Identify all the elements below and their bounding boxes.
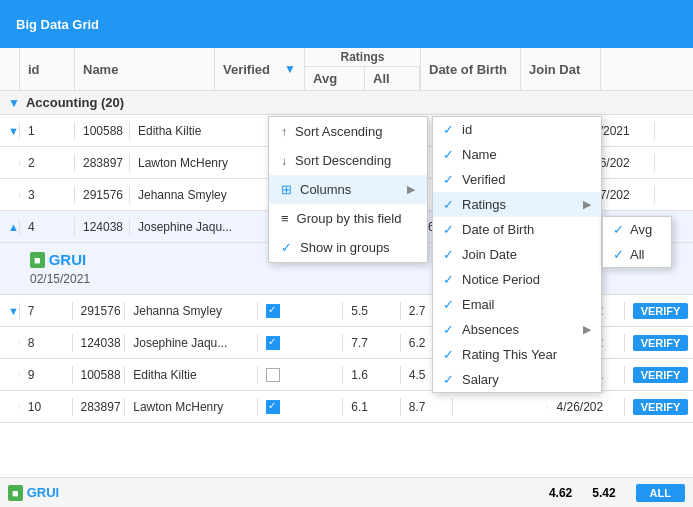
col-check-name: ✓ [443,147,454,162]
footer-bar: ■ GRUI 4.62 5.42 ALL [0,477,693,507]
sort-ascending-label: Sort Ascending [295,124,382,139]
footer-grui-text: GRUI [27,485,60,500]
sort-ascending-item[interactable]: ↑ Sort Ascending [269,117,427,146]
row-all: 8.7 [401,398,454,416]
group-by-label: Group by this field [297,211,402,226]
col-dob-header[interactable]: Date of Birth [421,48,521,90]
row-name: Josephine Jaqu... [130,218,270,236]
grui-date: 02/15/2021 [30,272,90,286]
row-chevron[interactable] [0,405,20,409]
row-chevron[interactable]: ▲ [0,219,20,235]
col-item-noticeperiod[interactable]: ✓ Notice Period [433,267,601,292]
col-id-header[interactable]: id [20,48,75,90]
verify-button[interactable]: VERIFY [633,335,689,351]
col-item-name[interactable]: ✓ Name [433,142,601,167]
show-in-groups-item[interactable]: ✓ Show in groups [269,233,427,262]
group-row: ▼ Accounting (20) [0,91,693,115]
grui-logo: ■ GRUI 02/15/2021 [30,251,90,286]
col-label-ratingthisyear: Rating This Year [462,347,557,362]
col-check-salary: ✓ [443,372,454,387]
row-seq: 4 [20,218,75,236]
verified-checkbox[interactable] [266,400,280,414]
col-item-absences[interactable]: ✓ Absences ▶ [433,317,601,342]
col-check-ratingthisyear: ✓ [443,347,454,362]
row-avg: 6.1 [343,398,400,416]
sort-desc-icon: ↓ [281,154,287,168]
group-label: Accounting (20) [26,95,124,110]
col-label-absences: Absences [462,322,519,337]
verify-button[interactable]: VERIFY [633,399,689,415]
row-avg: 7.7 [343,334,400,352]
footer-avg: 4.62 [549,486,572,500]
row-name: Lawton McHenry [130,154,270,172]
row-verified [258,334,344,352]
row-seq: 2 [20,154,75,172]
col-item-dob[interactable]: ✓ Date of Birth [433,217,601,242]
app-title: Big Data Grid [16,17,99,32]
submenu-avg[interactable]: ✓ Avg [603,217,671,242]
row-name: Editha Kiltie [125,366,258,384]
row-verified [258,302,344,320]
col-verified-header[interactable]: Verified ▼ [215,48,305,90]
col-check-noticeperiod: ✓ [443,272,454,287]
absences-sub-arrow: ▶ [583,323,591,336]
row-chevron[interactable]: ▼ [0,303,20,319]
columns-icon: ⊞ [281,182,292,197]
col-item-salary[interactable]: ✓ Salary [433,367,601,392]
col-check-joindate: ✓ [443,247,454,262]
row-name: Editha Kiltie [130,122,270,140]
col-check-email: ✓ [443,297,454,312]
row-chevron[interactable] [0,373,20,377]
row-seq: 3 [20,186,75,204]
row-seq: 7 [20,302,73,320]
app-header: Big Data Grid [0,0,693,48]
col-avg-header[interactable]: Avg [305,67,365,90]
verified-checkbox[interactable] [266,336,280,350]
group-by-item[interactable]: ≡ Group by this field [269,204,427,233]
table-row: 10 283897 Lawton McHenry 6.1 8.7 4/26/20… [0,391,693,423]
ratings-sub-headers: Avg All [305,67,420,90]
row-id: 283897 [73,398,126,416]
col-check-ratings: ✓ [443,197,454,212]
row-verify-btn: VERIFY [625,301,693,321]
verify-button[interactable]: VERIFY [633,303,689,319]
col-all-header[interactable]: All [365,67,420,90]
row-chevron[interactable] [0,161,20,165]
row-avg: 5.5 [343,302,400,320]
row-dob [453,405,548,409]
row-id: 283897 [75,154,130,172]
row-verify-btn: VERIFY [625,333,693,353]
col-item-ratings[interactable]: ✓ Ratings ▶ [433,192,601,217]
verified-checkbox[interactable] [266,368,280,382]
col-name-header[interactable]: Name [75,48,215,90]
footer-values: 4.62 5.42 ALL [549,484,685,502]
row-chevron[interactable] [0,193,20,197]
col-item-verified[interactable]: ✓ Verified [433,167,601,192]
col-item-ratingthisyear[interactable]: ✓ Rating This Year [433,342,601,367]
verified-checkbox[interactable] [266,304,280,318]
row-seq: 10 [20,398,73,416]
grid-container: id Name Verified ▼ Ratings Avg All Date … [0,48,693,507]
all-button[interactable]: ALL [636,484,685,502]
grui-text: GRUI [49,251,87,268]
col-item-joindate[interactable]: ✓ Join Date [433,242,601,267]
row-avg: 1.6 [343,366,400,384]
row-chevron[interactable] [0,341,20,345]
col-joindate-header[interactable]: Join Dat [521,48,601,90]
sub-label-avg: Avg [630,222,652,237]
col-item-email[interactable]: ✓ Email [433,292,601,317]
row-id: 100588 [75,122,130,140]
group-expand-icon[interactable]: ▼ [8,96,20,110]
sort-descending-item[interactable]: ↓ Sort Descending [269,146,427,175]
col-item-id[interactable]: ✓ id [433,117,601,142]
submenu-all[interactable]: ✓ All [603,242,671,267]
col-chevron-header [0,48,20,90]
grui-icon: ■ [30,252,45,268]
columns-item[interactable]: ⊞ Columns ▶ [269,175,427,204]
sort-descending-label: Sort Descending [295,153,391,168]
row-chevron[interactable]: ▼ [0,123,20,139]
verify-button[interactable]: VERIFY [633,367,689,383]
row-id: 124038 [75,218,130,236]
verified-filter-icon[interactable]: ▼ [284,62,296,76]
row-verify-btn: VERIFY [625,397,693,417]
